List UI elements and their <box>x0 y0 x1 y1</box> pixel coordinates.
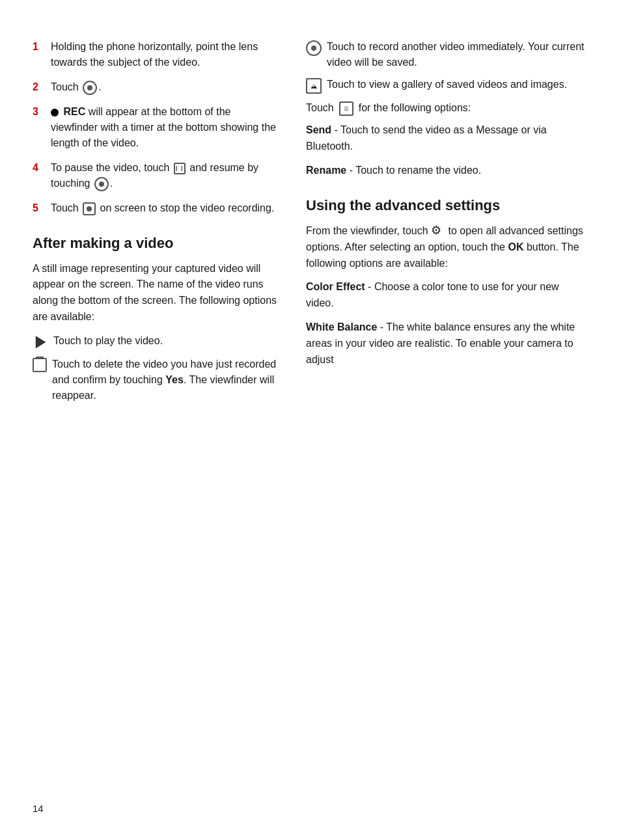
step-3-number: 3 <box>33 104 44 151</box>
advanced-settings-heading: Using the advanced settings <box>306 196 588 215</box>
menu-row-prefix: Touch <box>306 100 334 116</box>
gallery-row: Touch to view a gallery of saved videos … <box>306 77 588 94</box>
record-again-icon <box>306 40 322 56</box>
after-video-heading: After making a video <box>33 234 280 253</box>
step-2-text: Touch . <box>51 79 102 95</box>
step-4-number: 4 <box>33 160 44 191</box>
record-again-row: Touch to record another video immediatel… <box>306 39 588 70</box>
play-icon <box>33 334 48 350</box>
menu-row-suffix: for the following options: <box>359 100 471 116</box>
menu-row: Touch for the following options: <box>306 100 588 116</box>
delete-option-row: Touch to delete the video you have just … <box>33 357 280 403</box>
white-balance-option: White Balance - The white balance ensure… <box>306 319 588 368</box>
step-2-number: 2 <box>33 79 44 95</box>
advanced-settings-intro: From the viewfinder, touch ⚙ to open all… <box>306 223 588 271</box>
after-video-para: A still image representing your captured… <box>33 261 280 325</box>
step-4: 4 To pause the video, touch and resume b… <box>33 160 280 191</box>
step-3: 3 REC will appear at the bottom of the v… <box>33 104 280 151</box>
step-1: 1 Holding the phone horizontally, point … <box>33 39 280 70</box>
step-5: 5 Touch on screen to stop the video reco… <box>33 200 280 216</box>
steps-list: 1 Holding the phone horizontally, point … <box>33 39 280 216</box>
camera-icon <box>83 81 97 95</box>
send-option: Send - Touch to send the video as a Mess… <box>306 122 588 155</box>
page-number: 14 <box>33 803 44 814</box>
step-5-number: 5 <box>33 200 44 216</box>
trash-icon <box>33 358 47 372</box>
step-1-number: 1 <box>33 39 44 70</box>
step-3-text: REC will appear at the bottom of the vie… <box>51 104 280 151</box>
gear-icon: ⚙ <box>431 224 445 239</box>
step-1-text: Holding the phone horizontally, point th… <box>51 39 280 70</box>
step-5-text: Touch on screen to stop the video record… <box>51 200 274 216</box>
left-column: 1 Holding the phone horizontally, point … <box>33 39 280 410</box>
stop-icon <box>83 202 96 215</box>
gallery-text: Touch to view a gallery of saved videos … <box>327 77 567 92</box>
camera-resume-icon <box>94 177 109 191</box>
rec-dot-icon <box>51 109 59 116</box>
rename-option: Rename - Touch to rename the video. <box>306 163 588 179</box>
play-option-row: Touch to play the video. <box>33 333 280 350</box>
pause-icon <box>174 163 186 174</box>
step-2: 2 Touch . <box>33 79 280 95</box>
delete-option-text: Touch to delete the video you have just … <box>52 357 280 403</box>
record-again-text: Touch to record another video immediatel… <box>327 39 588 70</box>
step-4-text: To pause the video, touch and resume by … <box>51 160 280 191</box>
gallery-icon <box>306 78 322 94</box>
menu-icon <box>339 102 353 116</box>
right-column: Touch to record another video immediatel… <box>306 39 588 410</box>
play-option-text: Touch to play the video. <box>53 333 163 349</box>
color-effect-option: Color Effect - Choose a color tone to us… <box>306 279 588 312</box>
